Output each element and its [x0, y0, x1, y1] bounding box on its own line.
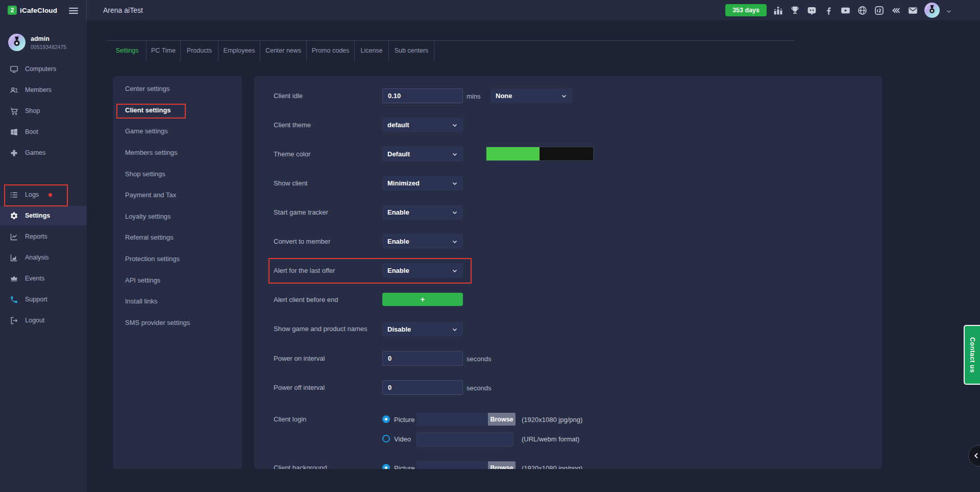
collapse-chevron-button[interactable] [968, 445, 980, 466]
menu-center-settings[interactable]: Center settings [125, 85, 169, 92]
discord-icon[interactable] [806, 5, 817, 16]
client-settings-panel [254, 76, 882, 469]
tab-promo-codes[interactable]: Promo codes [307, 41, 355, 61]
client-login-video-url-input[interactable] [416, 432, 513, 447]
sidebar-item-games[interactable]: Games [0, 143, 87, 162]
icafecloud-mark-icon[interactable] [874, 5, 885, 16]
theme-color-select[interactable]: Default [382, 147, 463, 161]
icafecloud-logo-icon: 2 [8, 6, 17, 15]
start-game-tracker-label: Start game tracker [274, 208, 328, 216]
line-chart-icon [10, 232, 18, 241]
show-game-product-names-select[interactable]: Disable [382, 322, 463, 337]
menu-install-links[interactable]: Install links [125, 297, 158, 305]
user-id: 005193482475 [31, 44, 66, 50]
tab-pc-time[interactable]: PC Time [146, 41, 181, 61]
logout-icon [10, 316, 18, 325]
sidebar-item-logs[interactable]: Logs [0, 185, 87, 204]
user-avatar[interactable] [924, 3, 940, 18]
sidebar-item-logout[interactable]: Logout [0, 311, 87, 330]
content-bottom-edge [87, 469, 980, 492]
trophy-icon[interactable] [790, 5, 800, 16]
tab-license[interactable]: License [355, 41, 389, 61]
menu-payment-and-tax[interactable]: Payment and Tax [125, 191, 176, 199]
computers-icon [10, 65, 18, 74]
tab-center-news[interactable]: Center news [260, 41, 307, 61]
sidebar-item-settings[interactable]: Settings [0, 206, 87, 225]
client-theme-label: Client theme [274, 121, 311, 129]
page-title: Arena aiTest [103, 0, 143, 20]
add-alert-button[interactable]: + [382, 293, 463, 306]
convert-to-member-select[interactable]: Enable [382, 234, 463, 249]
theme-color-black-swatch [540, 147, 593, 160]
tab-employees[interactable]: Employees [218, 41, 260, 61]
top-header: 2 iCafeCloud Arena aiTest 353 days [0, 0, 980, 20]
client-login-picture-file-input[interactable]: Browse [416, 413, 516, 426]
menu-protection-settings[interactable]: Protection settings [125, 255, 180, 263]
chevron-down-icon [452, 326, 458, 333]
hamburger-menu-icon[interactable] [69, 6, 78, 15]
menu-shop-settings[interactable]: Shop settings [125, 170, 165, 178]
stack-icon[interactable] [891, 5, 901, 16]
menu-game-settings[interactable]: Game settings [125, 127, 168, 135]
area-chart-icon [10, 253, 18, 262]
tab-products[interactable]: Products [181, 41, 218, 61]
chevron-down-icon [452, 122, 458, 128]
power-on-interval-label: Power on interval [274, 355, 325, 362]
sidebar-item-boot[interactable]: Boot [0, 122, 87, 142]
client-login-picture-hint: (1920x1080 jpg/png) [522, 416, 582, 424]
sidebar-item-reports[interactable]: Reports [0, 227, 87, 246]
facebook-icon[interactable] [823, 5, 834, 16]
power-off-interval-input[interactable] [382, 380, 463, 395]
menu-referral-settings[interactable]: Referral settings [125, 233, 174, 241]
chevron-left-icon [972, 452, 980, 460]
header-actions: 353 days [725, 0, 952, 20]
sidebar-item-support[interactable]: Support [0, 290, 87, 309]
menu-api-settings[interactable]: API settings [125, 276, 160, 284]
windows-icon [10, 128, 18, 136]
sidebar-item-analysis[interactable]: Analysis [0, 248, 87, 267]
youtube-icon[interactable] [840, 5, 851, 16]
tab-settings[interactable]: Settings [108, 41, 146, 61]
client-login-video-radio-label: Video [394, 435, 411, 443]
client-login-video-radio[interactable] [382, 435, 390, 442]
client-idle-input[interactable] [382, 88, 463, 103]
gamepad-icon [10, 149, 18, 157]
client-idle-select[interactable]: None [491, 88, 572, 103]
alert-last-offer-select[interactable]: Enable [382, 263, 463, 278]
chevron-down-icon [561, 93, 567, 99]
phone-icon [10, 295, 18, 304]
menu-client-settings[interactable]: Client settings [125, 106, 171, 114]
license-days-badge[interactable]: 353 days [725, 4, 767, 16]
power-on-interval-unit: seconds [467, 355, 491, 363]
chevron-down-icon [452, 268, 458, 274]
client-theme-select[interactable]: default [382, 118, 463, 132]
alert-last-offer-label: Alert for the last offer [274, 267, 335, 274]
sidebar-item-members[interactable]: Members [0, 80, 87, 100]
leaderboard-icon[interactable] [773, 5, 783, 16]
account-chevron-down-icon[interactable] [946, 7, 952, 13]
show-client-select[interactable]: Minimized [382, 176, 463, 191]
sidebar-item-events[interactable]: Events [0, 269, 87, 288]
sidebar-avatar[interactable] [8, 34, 26, 51]
logs-list-icon [10, 191, 18, 199]
gear-icon [10, 212, 18, 220]
menu-sms-provider-settings[interactable]: SMS provider settings [125, 319, 190, 326]
chevron-down-icon [452, 180, 458, 186]
mail-icon[interactable] [908, 5, 918, 16]
power-off-interval-unit: seconds [467, 384, 491, 392]
sidebar-item-computers[interactable]: Computers [0, 59, 87, 79]
client-login-browse-button[interactable]: Browse [488, 413, 516, 426]
menu-loyalty-settings[interactable]: Loyalty settings [125, 213, 171, 220]
client-login-picture-radio-label: Picture [394, 416, 414, 424]
tab-sub-centers[interactable]: Sub centers [389, 41, 434, 61]
menu-members-settings[interactable]: Members settings [125, 149, 178, 156]
theme-color-label: Theme color [274, 150, 310, 158]
chevron-down-icon [452, 209, 458, 216]
client-login-picture-radio[interactable] [382, 415, 390, 423]
start-game-tracker-select[interactable]: Enable [382, 205, 463, 220]
contact-us-button[interactable]: Contact us [964, 325, 980, 385]
logs-notification-dot [48, 193, 52, 197]
sidebar-item-shop[interactable]: Shop [0, 101, 87, 121]
globe-icon[interactable] [857, 5, 868, 16]
power-on-interval-input[interactable] [382, 351, 463, 366]
